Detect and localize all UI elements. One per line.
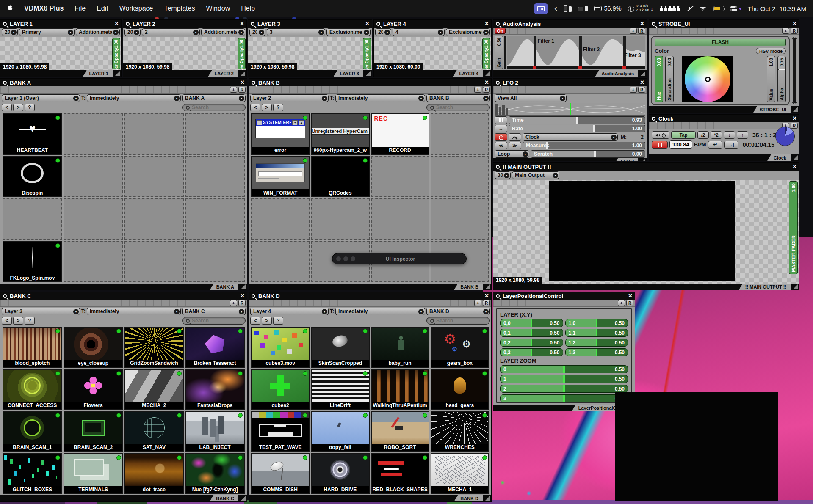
bank-next-button[interactable]: > <box>262 317 272 325</box>
display-icons[interactable] <box>578 6 588 11</box>
panel-title-bar[interactable]: LAYER 3× <box>248 20 372 28</box>
clip-thumbnail[interactable] <box>312 370 368 402</box>
lfo-loop-dropdown[interactable]: Loop ▼ <box>495 150 529 158</box>
slider-handle[interactable] <box>563 366 565 373</box>
clip-thumbnail[interactable] <box>64 370 122 402</box>
bank-select-dropdown[interactable]: BANK D▼ <box>426 308 490 315</box>
tap-tempo-button[interactable]: Tap <box>671 131 696 139</box>
slider-handle[interactable] <box>594 151 596 157</box>
panel-tab[interactable]: LFO 2 <box>614 158 638 161</box>
clip-cell[interactable]: MECHA_2 <box>124 369 184 410</box>
lfo-rate-slider[interactable]: Rate 1.00 <box>509 125 645 132</box>
clip-thumbnail[interactable] <box>125 328 183 360</box>
clip-cell[interactable]: --SYSTEM ERROR▼▲error <box>251 113 310 155</box>
clip-thumbnail[interactable]: REC <box>372 114 429 147</box>
control-center-icon[interactable] <box>730 6 737 11</box>
add-button[interactable]: + <box>630 87 637 93</box>
layer-source-dropdown[interactable]: 2▼ <box>142 28 200 36</box>
panel-resize-icon[interactable] <box>485 496 490 501</box>
clip-thumbnail[interactable] <box>252 157 309 190</box>
clip-cell[interactable]: blood_splotch <box>3 327 62 368</box>
apple-menu-icon[interactable] <box>7 4 13 13</box>
close-icon[interactable]: × <box>365 20 369 27</box>
layer-preview[interactable]: 1.00Layer Opacity1920 x 1080, 59.98 <box>123 37 246 70</box>
layer-blend-dropdown[interactable]: Addition.metal▼ <box>201 28 245 36</box>
color-wheel-cursor[interactable] <box>705 77 711 82</box>
clip-cell[interactable]: GridZoomSandwich <box>124 327 184 368</box>
users-icon[interactable] <box>660 6 680 11</box>
lfo-skip-fwd-button[interactable]: ≫ <box>509 142 521 149</box>
layer-xy-slider[interactable]: 0,30.50 <box>500 348 563 356</box>
bank-help-button[interactable]: ? <box>273 317 283 325</box>
panel-tab[interactable]: !! MAIN OUTPUT !! <box>739 284 791 290</box>
slider-handle[interactable] <box>593 125 595 132</box>
clip-thumbnail[interactable]: --SYSTEM ERROR▼▲ <box>252 114 309 147</box>
lfo-curve-button[interactable] <box>509 133 521 141</box>
panel-tab[interactable]: LAYER 2 <box>208 70 238 77</box>
panel-resize-icon[interactable] <box>640 159 645 161</box>
layer-zoom-slider[interactable]: 30.50 <box>500 394 628 402</box>
reset-button[interactable]: R <box>483 300 490 306</box>
clip-cell[interactable]: Flowers <box>64 369 123 410</box>
clip-thumbnail[interactable] <box>312 454 368 486</box>
window-traffic-lights[interactable] <box>336 256 355 261</box>
empty-clip-cell[interactable] <box>431 198 489 240</box>
bank-layer-dropdown[interactable]: Layer 3▼ <box>2 308 80 315</box>
lfo-sync-button[interactable] <box>495 133 507 141</box>
clip-thumbnail[interactable] <box>64 328 122 360</box>
panel-tab[interactable]: BANK B <box>454 284 483 290</box>
menu-workspace[interactable]: Workspace <box>119 5 153 12</box>
clip-thumbnail[interactable] <box>431 412 488 444</box>
panel-resize-icon[interactable] <box>485 71 490 76</box>
double-tempo-button[interactable]: *2 <box>711 131 722 139</box>
empty-clip-cell[interactable] <box>124 198 184 240</box>
slider-handle[interactable] <box>596 319 597 327</box>
layer-xy-slider[interactable]: 1,10.50 <box>565 329 628 337</box>
clip-thumbnail[interactable] <box>186 370 244 402</box>
layer-opacity-slider[interactable]: 1.00Layer Opacity <box>238 38 246 69</box>
panel-title-bar[interactable]: LFO 2 × <box>493 79 647 86</box>
panel-title-bar[interactable]: LAYER 1× <box>0 20 121 28</box>
clip-cell[interactable]: Unregistered HyperCam 2960px-Hypercam_2_… <box>311 113 369 155</box>
lfo-measures-slider[interactable]: Measures 1.00 <box>523 142 645 149</box>
bank-help-button[interactable]: ? <box>25 317 35 325</box>
clip-thumbnail[interactable] <box>3 328 61 360</box>
clip-cell[interactable]: TEST_PAT_WAVE <box>251 411 310 452</box>
menu-edit[interactable]: Edit <box>97 5 108 12</box>
screen-mirroring-icon[interactable] <box>534 3 548 14</box>
layer-slot-dropdown[interactable]: 20▼ <box>2 28 18 36</box>
output-preview[interactable]: 1.00 MASTER FADER 1920 x 1080, 59.98 <box>493 180 799 284</box>
search-icon[interactable] <box>496 294 500 298</box>
clip-thumbnail[interactable] <box>312 412 368 444</box>
close-icon[interactable]: × <box>793 115 796 122</box>
slider-handle[interactable] <box>531 339 532 346</box>
bank-layer-dropdown[interactable]: Layer 2▼ <box>250 94 329 102</box>
empty-clip-cell[interactable] <box>124 156 184 198</box>
panel-resize-icon[interactable] <box>241 284 246 289</box>
clip-cell[interactable]: WalkingThruAPentium <box>371 369 429 410</box>
layer-xy-slider[interactable]: 0,20.50 <box>500 339 563 347</box>
layer-xy-slider[interactable]: 0,00.50 <box>500 319 563 327</box>
color-wheel[interactable] <box>685 56 730 102</box>
clip-cell[interactable]: cubes3.mov <box>251 327 310 368</box>
layer-blend-dropdown[interactable]: Exclusion.metal▼ <box>446 28 490 36</box>
layer-preview[interactable]: 1.00Layer Opacity1920 x 1080, 60.00 <box>374 37 491 70</box>
bpm-field[interactable]: 130.84 <box>669 140 692 149</box>
search-icon[interactable] <box>496 165 500 169</box>
layer-slot-dropdown[interactable]: 20▼ <box>375 28 391 36</box>
output-slot-dropdown[interactable]: 30 ▼ <box>495 171 511 179</box>
panel-title-bar[interactable]: !! MAIN OUTPUT !! × <box>493 163 799 171</box>
menu-window[interactable]: Window <box>206 5 230 12</box>
clock-audio-button[interactable] <box>652 131 669 139</box>
bank-select-dropdown[interactable]: BANK B▼ <box>426 94 490 102</box>
clip-thumbnail[interactable] <box>186 328 244 360</box>
clip-cell[interactable]: ⚙⚙⚙gears_box <box>431 327 489 368</box>
close-icon[interactable]: × <box>485 292 489 299</box>
panel-title-bar[interactable]: BANK D× <box>249 292 491 300</box>
layer-preview[interactable]: 1.00Layer Opacity1920 x 1080, 59.98 <box>0 37 121 70</box>
search-icon[interactable] <box>252 294 255 298</box>
empty-clip-cell[interactable] <box>3 198 62 240</box>
clip-cell[interactable]: LAB_INJECT <box>185 411 245 452</box>
clip-thumbnail[interactable]: Unregistered HyperCam 2 <box>312 114 368 147</box>
close-icon[interactable]: × <box>640 79 644 86</box>
